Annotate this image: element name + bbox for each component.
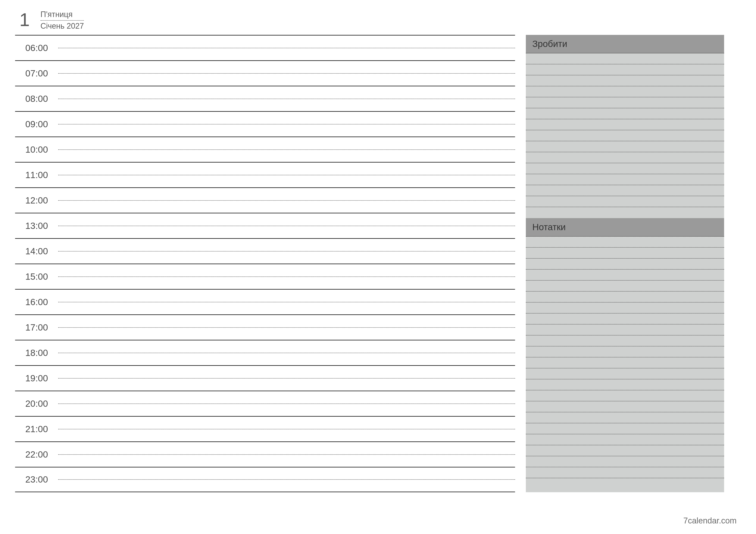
todo-line	[526, 185, 724, 196]
notes-line	[526, 237, 724, 248]
notes-line	[526, 314, 724, 324]
hour-label: 17:00	[15, 322, 58, 333]
hour-label: 07:00	[15, 68, 58, 79]
notes-line	[526, 281, 724, 292]
notes-line	[526, 324, 724, 336]
hour-writing-line	[58, 327, 515, 328]
hour-row: 12:00	[15, 187, 515, 213]
hour-label: 16:00	[15, 297, 58, 307]
notes-title: Нотатки	[526, 218, 724, 237]
todo-line	[526, 75, 724, 86]
notes-line	[526, 369, 724, 379]
todo-line	[526, 163, 724, 174]
notes-line	[526, 390, 724, 401]
todo-line	[526, 97, 724, 108]
notes-line	[526, 467, 724, 478]
notes-line	[526, 248, 724, 259]
todo-line	[526, 130, 724, 141]
hour-row: 17:00	[15, 314, 515, 340]
notes-line	[526, 302, 724, 314]
notes-line	[526, 269, 724, 281]
planner-header: 1 П'ятниця Січень 2027	[15, 9, 741, 31]
hour-row: 20:00	[15, 391, 515, 416]
hour-writing-line	[58, 302, 515, 302]
todo-line	[526, 53, 724, 64]
todo-line	[526, 64, 724, 75]
footer-credit: 7calendar.com	[683, 516, 737, 525]
hour-label: 23:00	[15, 474, 58, 485]
hour-label: 14:00	[15, 246, 58, 256]
hour-label: 10:00	[15, 144, 58, 155]
hour-row: 14:00	[15, 238, 515, 264]
todo-line	[526, 86, 724, 97]
notes-line	[526, 434, 724, 445]
hour-row: 10:00	[15, 137, 515, 162]
hour-row: 06:00	[15, 35, 515, 60]
todo-title: Зробити	[526, 35, 724, 53]
schedule-column: 06:0007:0008:0009:0010:0011:0012:0013:00…	[15, 35, 515, 492]
notes-line	[526, 423, 724, 434]
todo-panel: Зробити	[526, 35, 724, 218]
hour-writing-line	[58, 175, 515, 175]
hour-writing-line	[58, 251, 515, 251]
notes-line	[526, 292, 724, 302]
hour-writing-line	[58, 200, 515, 201]
todo-line	[526, 196, 724, 207]
hour-label: 08:00	[15, 94, 58, 104]
hour-row: 23:00	[15, 467, 515, 492]
month-year: Січень 2027	[40, 21, 84, 31]
hour-row: 22:00	[15, 442, 515, 467]
todo-line	[526, 207, 724, 218]
hour-writing-line	[58, 403, 515, 404]
hour-writing-line	[58, 276, 515, 277]
hour-row: 11:00	[15, 162, 515, 187]
hour-row: 08:00	[15, 86, 515, 111]
todo-line	[526, 141, 724, 152]
hour-writing-line	[58, 353, 515, 353]
notes-line	[526, 445, 724, 456]
hour-label: 15:00	[15, 271, 58, 282]
hour-label: 09:00	[15, 119, 58, 129]
hour-writing-line	[58, 124, 515, 124]
notes-line	[526, 336, 724, 346]
hour-writing-line	[58, 149, 515, 150]
notes-line	[526, 456, 724, 467]
todo-line	[526, 108, 724, 119]
hour-label: 06:00	[15, 43, 58, 53]
hour-writing-line	[58, 226, 515, 226]
hour-writing-line	[58, 48, 515, 48]
day-number: 1	[19, 10, 30, 29]
hour-writing-line	[58, 429, 515, 429]
todo-lines	[526, 53, 724, 218]
hour-writing-line	[58, 479, 515, 480]
notes-line	[526, 412, 724, 423]
notes-panel: Нотатки	[526, 218, 724, 492]
hour-row: 07:00	[15, 60, 515, 86]
hour-label: 18:00	[15, 348, 58, 358]
planner-content: 06:0007:0008:0009:0010:0011:0012:0013:00…	[15, 35, 741, 492]
hour-writing-line	[58, 73, 515, 74]
day-info: П'ятниця Січень 2027	[40, 9, 84, 31]
notes-lines	[526, 237, 724, 492]
hour-label: 19:00	[15, 373, 58, 384]
hour-row: 09:00	[15, 111, 515, 137]
hour-row: 19:00	[15, 365, 515, 391]
todo-line	[526, 174, 724, 185]
notes-line	[526, 401, 724, 412]
notes-line	[526, 259, 724, 269]
notes-line	[526, 478, 724, 489]
day-name: П'ятниця	[40, 10, 84, 21]
hour-label: 21:00	[15, 424, 58, 434]
hour-label: 22:00	[15, 449, 58, 460]
sidebar-column: Зробити Нотатки	[526, 35, 724, 492]
hour-row: 21:00	[15, 416, 515, 442]
hour-label: 12:00	[15, 195, 58, 206]
notes-line	[526, 346, 724, 357]
todo-line	[526, 152, 724, 163]
hour-label: 20:00	[15, 398, 58, 409]
notes-line	[526, 357, 724, 369]
notes-line	[526, 379, 724, 390]
hour-writing-line	[58, 454, 515, 455]
hour-row: 13:00	[15, 213, 515, 238]
hour-row: 18:00	[15, 340, 515, 365]
